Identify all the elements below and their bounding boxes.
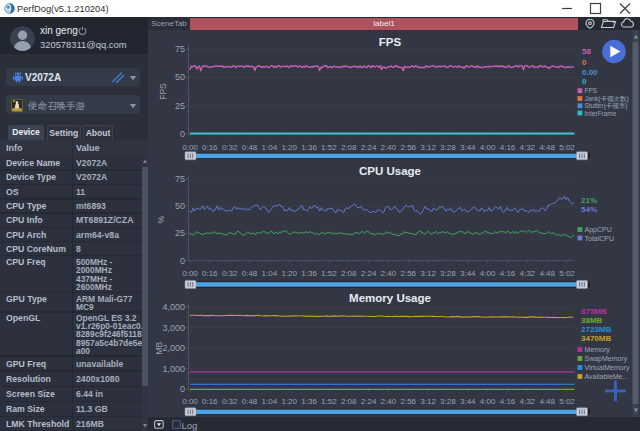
svg-text:1:52: 1:52 [321, 143, 337, 152]
svg-text:2:24: 2:24 [361, 269, 377, 278]
svg-text:0:00: 0:00 [182, 397, 198, 406]
svg-text:2:40: 2:40 [381, 143, 397, 152]
svg-text:FPS: FPS [158, 83, 168, 100]
svg-text:0: 0 [180, 384, 185, 394]
svg-text:0:32: 0:32 [222, 143, 238, 152]
svg-text:2:40: 2:40 [381, 269, 397, 278]
svg-text:4:32: 4:32 [520, 269, 536, 278]
svg-text:1,000: 1,000 [162, 364, 185, 374]
svg-text:0:48: 0:48 [242, 269, 258, 278]
svg-text:4:48: 4:48 [539, 397, 555, 406]
svg-text:1:04: 1:04 [262, 397, 278, 406]
svg-text:3470MB: 3470MB [581, 334, 611, 343]
svg-text:5:02: 5:02 [559, 397, 575, 406]
svg-text:4:16: 4:16 [500, 397, 516, 406]
svg-text:2:56: 2:56 [401, 269, 417, 278]
svg-text:25: 25 [175, 101, 185, 111]
svg-text:1:20: 1:20 [281, 143, 297, 152]
svg-text:CPU Usage: CPU Usage [359, 165, 421, 177]
svg-text:2:40: 2:40 [381, 397, 397, 406]
svg-text:2:24: 2:24 [361, 397, 377, 406]
svg-text:FPS: FPS [379, 36, 402, 48]
svg-text:3:12: 3:12 [420, 143, 436, 152]
svg-text:3:44: 3:44 [460, 397, 476, 406]
svg-text:AppCPU: AppCPU [585, 226, 612, 234]
svg-text:2723MB: 2723MB [581, 325, 611, 334]
svg-text:3:28: 3:28 [440, 143, 456, 152]
svg-text:50: 50 [175, 72, 185, 82]
svg-text:1:52: 1:52 [321, 269, 337, 278]
svg-text:4:00: 4:00 [480, 269, 496, 278]
svg-text:875MB: 875MB [581, 307, 607, 316]
svg-text:1:36: 1:36 [301, 269, 317, 278]
svg-text:1:20: 1:20 [281, 397, 297, 406]
svg-text:3,000: 3,000 [162, 323, 185, 333]
svg-text:4:48: 4:48 [539, 269, 555, 278]
svg-text:4:32: 4:32 [520, 397, 536, 406]
svg-text:AvailableMe...: AvailableMe... [585, 373, 629, 380]
svg-text:1:36: 1:36 [301, 397, 317, 406]
svg-text:VirtualMemory: VirtualMemory [585, 364, 630, 372]
svg-text:Memory: Memory [585, 346, 611, 354]
svg-text:0:16: 0:16 [202, 143, 218, 152]
svg-text:1:52: 1:52 [321, 397, 337, 406]
svg-text:2:08: 2:08 [341, 269, 357, 278]
svg-text:0:32: 0:32 [222, 269, 238, 278]
svg-text:3:28: 3:28 [440, 397, 456, 406]
svg-text:3:12: 3:12 [420, 397, 436, 406]
svg-text:0:00: 0:00 [182, 269, 198, 278]
svg-text:21%: 21% [581, 196, 597, 205]
svg-text:0:16: 0:16 [202, 269, 218, 278]
svg-text:1:04: 1:04 [262, 143, 278, 152]
svg-text:2:08: 2:08 [341, 397, 357, 406]
svg-text:3:28: 3:28 [440, 269, 456, 278]
svg-text:3:44: 3:44 [460, 269, 476, 278]
svg-text:3:44: 3:44 [460, 143, 476, 152]
svg-text:58: 58 [582, 47, 591, 56]
svg-text:3:12: 3:12 [420, 269, 436, 278]
svg-text:75: 75 [175, 174, 185, 184]
svg-text:Memory Usage: Memory Usage [349, 292, 431, 304]
svg-text:4:16: 4:16 [500, 143, 516, 152]
svg-text:2:08: 2:08 [341, 143, 357, 152]
svg-text:4:32: 4:32 [520, 143, 536, 152]
svg-text:25: 25 [175, 228, 185, 238]
svg-text:0:48: 0:48 [242, 143, 258, 152]
svg-text:2:56: 2:56 [401, 143, 417, 152]
svg-text:5:02: 5:02 [559, 269, 575, 278]
svg-text:0:16: 0:16 [202, 397, 218, 406]
svg-text:0: 0 [180, 256, 185, 266]
svg-text:TotalCPU: TotalCPU [585, 235, 615, 242]
svg-text:FPS: FPS [585, 87, 598, 94]
svg-text:38MB: 38MB [581, 316, 603, 325]
svg-text:5:02: 5:02 [559, 143, 575, 152]
svg-text:0: 0 [582, 58, 587, 67]
svg-text:%: % [156, 216, 166, 224]
svg-text:2:56: 2:56 [401, 397, 417, 406]
svg-text:2:24: 2:24 [361, 143, 377, 152]
svg-text:4:00: 4:00 [480, 143, 496, 152]
svg-text:4:48: 4:48 [539, 143, 555, 152]
svg-text:4:00: 4:00 [480, 397, 496, 406]
svg-text:1:20: 1:20 [281, 269, 297, 278]
svg-text:54%: 54% [581, 205, 597, 214]
svg-text:0: 0 [180, 129, 185, 139]
svg-text:2,000: 2,000 [162, 343, 185, 353]
svg-text:75: 75 [175, 44, 185, 54]
svg-text:50: 50 [175, 201, 185, 211]
svg-text:0:32: 0:32 [222, 397, 238, 406]
svg-text:InterFrame: InterFrame [585, 110, 617, 117]
svg-text:4,000: 4,000 [162, 302, 185, 312]
svg-text:0:00: 0:00 [182, 143, 198, 152]
svg-text:0:48: 0:48 [242, 397, 258, 406]
svg-text:SwapMemory: SwapMemory [585, 355, 628, 363]
svg-text:1:36: 1:36 [301, 143, 317, 152]
svg-text:0: 0 [582, 77, 587, 86]
svg-text:4:16: 4:16 [500, 269, 516, 278]
svg-text:1:04: 1:04 [262, 269, 278, 278]
